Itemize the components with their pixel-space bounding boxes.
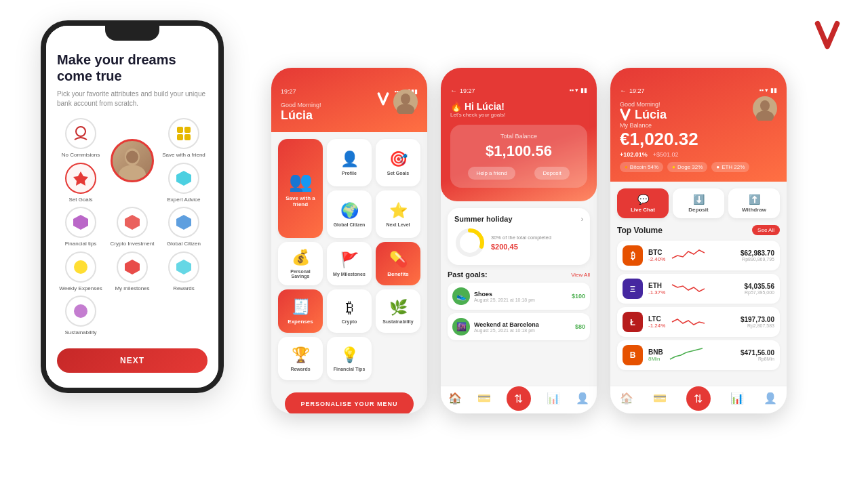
feature-sustainability[interactable]: Sustainability — [57, 296, 104, 336]
svg-rect-7 — [184, 134, 191, 140]
feature-weekly-expenses[interactable]: Weekly Expenses — [57, 251, 104, 292]
see-all-btn[interactable]: See All — [752, 225, 780, 235]
nav3-card[interactable]: 💳 — [477, 392, 491, 411]
svg-marker-8 — [73, 171, 88, 186]
personalise-button[interactable]: PERSONALISE YOUR MENU — [285, 392, 414, 413]
nav3-profile[interactable]: 👤 — [576, 392, 589, 411]
nav4-profile[interactable]: 👤 — [764, 392, 777, 411]
onboarding-subtitle: Pick your favorite attributes and build … — [57, 89, 208, 108]
hi-greeting: 🔥 Hi Lúcia! — [450, 101, 587, 112]
balance-amount: $1,100.56 — [458, 142, 579, 160]
summer-holiday-card[interactable]: Summer holiday › 30% of the total comple… — [448, 208, 590, 265]
status-time-2: 19:27 — [281, 88, 296, 95]
past-goal-shoes[interactable]: 👟 Shoes August 25, 2021 at 10:18 pm $100 — [448, 283, 590, 310]
menu-rewards[interactable]: 🏆 Rewards — [278, 337, 323, 380]
menu-crypto[interactable]: ₿ Crypto — [327, 289, 372, 333]
screen4-username: Lúcia — [635, 108, 667, 122]
menu-profile[interactable]: 👤 Profile — [327, 139, 372, 186]
crypto-row-bnb[interactable]: B BNB 8Min $471,56.00 Rp8Min — [617, 340, 780, 370]
action-buttons-row: 💬 Live Chat ⬇️ Deposit ⬆️ Withdraw — [610, 182, 787, 225]
nav4-transfer[interactable]: ⇅ — [686, 386, 711, 411]
nav3-chart[interactable]: 📊 — [547, 392, 560, 411]
check-goals: Let's check your goals! — [450, 112, 587, 118]
feature-save-friend[interactable]: Save with a friend — [160, 118, 208, 159]
menu-global-citizen[interactable]: 🌍 Global Citizen — [327, 190, 372, 238]
barcelona-icon: 🌆 — [452, 318, 470, 336]
feature-milestones[interactable]: My milestones — [108, 251, 156, 292]
goal-arrow: › — [581, 216, 583, 223]
svg-rect-6 — [177, 134, 183, 140]
svg-point-17 — [401, 94, 410, 104]
feature-crypto[interactable]: Crypto Investment — [108, 207, 156, 247]
feature-expert-advice[interactable]: Expert Advice — [160, 163, 208, 203]
feature-no-commisions[interactable]: No Commisions — [57, 118, 104, 159]
crypto-row-ltc[interactable]: Ł LTC -1.24% $197,73.00 Rp2,807,583 — [617, 307, 780, 337]
pill-eth: ● ETH 22% — [711, 162, 749, 172]
svg-marker-11 — [125, 215, 140, 230]
change-positive: +102.01% — [620, 151, 648, 158]
nav3-transfer[interactable]: ⇅ — [507, 386, 531, 411]
status-time-4: 19:27 — [629, 87, 645, 94]
feature-avatar — [108, 118, 156, 203]
back-btn-3[interactable]: ← — [450, 87, 457, 94]
goal-title: Summer holiday — [454, 215, 513, 223]
view-all-link[interactable]: View All — [571, 272, 590, 278]
screen2-logo — [377, 92, 389, 110]
menu-next-level[interactable]: ⭐ Next Level — [376, 190, 420, 238]
next-button[interactable]: NEXT — [57, 348, 208, 373]
change-negative: +$501.02 — [653, 151, 679, 158]
screen-portfolio: ← 19:27 ▪▪ ▾ ▮▮ Good Morning! Lúcia My B… — [610, 68, 787, 413]
menu-save-friend[interactable]: 👥 Save with a friend — [278, 139, 323, 238]
feature-financial-tips[interactable]: Financial tips — [57, 207, 104, 247]
feature-global-citizen[interactable]: Global Citizen — [160, 207, 208, 247]
goal-amount: $200,45 — [491, 243, 583, 251]
top-volume-title: Top Volume — [617, 226, 663, 235]
back-btn-4[interactable]: ← — [620, 87, 627, 94]
live-chat-btn[interactable]: 💬 Live Chat — [617, 188, 669, 218]
menu-set-goals[interactable]: 🎯 Set Goals — [376, 139, 420, 186]
screen-goals: ← 19:27 ▪▪ ▾ ▮▮ 🔥 Hi Lúcia! Let's check … — [441, 68, 597, 413]
svg-point-13 — [74, 260, 87, 274]
menu-benefits[interactable]: 💊 Benefits — [376, 242, 420, 285]
svg-marker-14 — [125, 260, 140, 274]
menu-expenses[interactable]: 🧾 Expenses — [278, 289, 323, 333]
withdraw-btn[interactable]: ⬆️ Withdraw — [728, 188, 780, 218]
deposit-btn-3[interactable]: Deposit — [534, 167, 569, 180]
svg-point-2 — [119, 165, 146, 182]
menu-financial-tips[interactable]: 💡 Financial Tips — [327, 337, 372, 380]
deposit-btn-4[interactable]: ⬇️ Deposit — [673, 188, 724, 218]
app-logo — [814, 20, 841, 56]
menu-sustainability[interactable]: 🌿 Sustainability — [376, 289, 420, 333]
onboarding-title: Make your dreams come true — [57, 52, 208, 84]
status-time-3: 19:27 — [460, 87, 475, 94]
goal-desc: 30% of the total completed — [491, 235, 583, 242]
nav3-home[interactable]: 🏠 — [448, 392, 462, 411]
help-friend-btn[interactable]: Help a friend — [468, 167, 515, 180]
past-goal-barcelona[interactable]: 🌆 Weekend at Barcelona August 25, 2021 a… — [448, 313, 590, 340]
svg-rect-4 — [177, 127, 183, 133]
svg-marker-12 — [176, 215, 191, 230]
menu-milestones[interactable]: 🚩 My Milestones — [327, 242, 372, 285]
svg-marker-9 — [176, 171, 191, 186]
svg-point-21 — [760, 100, 770, 111]
nav4-chart[interactable]: 📊 — [730, 392, 744, 411]
phone-notch — [105, 26, 159, 41]
portfolio-balance-label: My Balance — [620, 122, 749, 129]
svg-point-22 — [756, 110, 774, 121]
svg-marker-10 — [73, 215, 88, 230]
crypto-row-btc[interactable]: ₿ BTC -2.40% $62,983.70 Rp890,869,795 — [617, 241, 780, 270]
svg-point-3 — [126, 150, 138, 163]
ltc-logo: Ł — [623, 312, 643, 332]
portfolio-balance: €1,020.32 — [620, 129, 749, 150]
past-goals-title: Past goals: — [448, 270, 488, 279]
feature-set-goals[interactable]: Set Goals — [57, 163, 104, 203]
menu-personal-savings[interactable]: 💰 Personal Savings — [278, 242, 323, 285]
nav4-home[interactable]: 🏠 — [620, 392, 633, 411]
phone-onboarding: Make your dreams come true Pick your fav… — [41, 20, 224, 393]
shoes-icon: 👟 — [452, 287, 470, 305]
crypto-row-eth[interactable]: Ξ ETH -1.37% $4,035.56 Rp57,395,000 — [617, 274, 780, 304]
nav4-card[interactable]: 💳 — [653, 392, 667, 411]
features-grid: No Commisions Save with a friend — [57, 118, 208, 336]
feature-rewards[interactable]: Rewards — [160, 251, 208, 292]
screen4-greeting: Good Morning! — [620, 101, 749, 108]
